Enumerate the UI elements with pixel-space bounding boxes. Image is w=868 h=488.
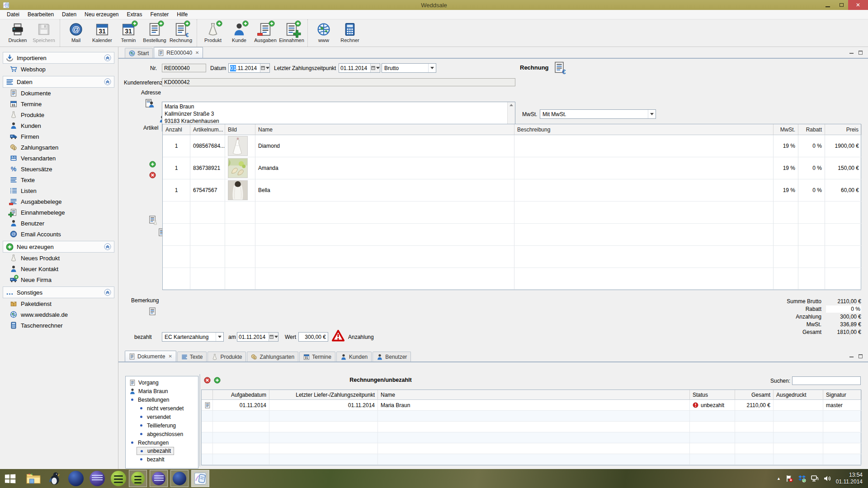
sidebar-item-termine[interactable]: Termine	[3, 99, 114, 109]
date-picker-button[interactable]	[370, 64, 380, 72]
sidebar-item-einnahmebelege[interactable]: Einnahmebelege	[3, 207, 114, 218]
tab-zahlungsarten[interactable]: Zahlungsarten	[247, 352, 298, 361]
payment-am-date-field[interactable]: 01.11.2014	[237, 332, 278, 342]
add-document-icon[interactable]	[214, 377, 221, 384]
start-button[interactable]	[0, 469, 20, 488]
brutto-netto-select[interactable]: Brutto	[382, 63, 436, 73]
new-invoice-button[interactable]: Rechnung	[168, 21, 194, 45]
menu-bearbeiten[interactable]: Bearbeiten	[24, 10, 58, 19]
new-appointment-button[interactable]: Termin	[115, 21, 142, 45]
income-button[interactable]: Einnahmen	[278, 21, 305, 45]
sidebar-item-weddsale-website[interactable]: www.weddsale.de	[3, 309, 114, 320]
customer-reference-field[interactable]: KD000042	[162, 78, 515, 86]
item-row-diamond[interactable]: 1 098567684... Diamond 19 % 0 % 1900,00 …	[163, 135, 861, 157]
action-center-flag-icon[interactable]	[785, 474, 793, 483]
sidebar-item-webshop[interactable]: Webshop	[3, 64, 114, 75]
sidebar-item-taschenrechner[interactable]: Taschenrechner	[3, 320, 114, 331]
remove-item-icon[interactable]	[149, 172, 156, 178]
volume-icon[interactable]	[823, 474, 831, 483]
tray-expand-icon[interactable]: ▲	[777, 476, 781, 481]
www-button[interactable]: www	[311, 21, 337, 45]
item-row-bella[interactable]: 1 67547567 Bella 19 % 0 % 60,00 €	[163, 179, 861, 202]
collapse-chevron-icon[interactable]	[104, 289, 111, 296]
menu-datei[interactable]: Datei	[3, 10, 24, 19]
blue-sphere-window-button[interactable]	[170, 470, 189, 487]
bird-app-icon[interactable]	[47, 471, 62, 486]
save-button[interactable]: Speichern	[31, 21, 57, 45]
collapse-chevron-icon[interactable]	[104, 243, 111, 250]
tab-re000040[interactable]: RE000040 ✕	[154, 47, 203, 58]
tab-close-icon[interactable]: ✕	[195, 50, 199, 55]
wert-field[interactable]: 300,00 €	[298, 332, 328, 342]
network-icon[interactable]	[811, 474, 819, 483]
sidebar-item-kunden[interactable]: Kunden	[3, 120, 114, 131]
sidebar-section-daten[interactable]: Daten	[3, 76, 114, 88]
menu-extras[interactable]: Extras	[123, 10, 146, 19]
new-product-button[interactable]: Produkt	[200, 21, 226, 45]
expenses-button[interactable]: Ausgaben	[252, 21, 278, 45]
file-explorer-icon[interactable]	[26, 471, 41, 486]
spotify-icon[interactable]	[111, 471, 126, 486]
tree-item-bestellungen[interactable]: Bestellungen	[127, 395, 172, 404]
tab-start[interactable]: Start	[125, 48, 153, 58]
product-document-icon[interactable]	[148, 216, 156, 224]
sidebar-item-email-accounts[interactable]: Email Accounts	[3, 229, 114, 239]
rabatt-input[interactable]: 0 %	[826, 305, 861, 313]
new-order-button[interactable]: Bestellung	[142, 21, 168, 45]
sidebar-item-ausgabebelege[interactable]: Ausgabebelege	[3, 196, 114, 207]
tab-termine[interactable]: Termine	[299, 352, 335, 361]
sidebar-section-sonstiges[interactable]: Sonstiges	[3, 286, 114, 298]
calculator-button[interactable]: Rechner	[337, 21, 363, 45]
contact-document-icon[interactable]	[145, 99, 154, 108]
search-input[interactable]	[792, 376, 861, 385]
menu-daten[interactable]: Daten	[58, 10, 80, 19]
item-row-amanda[interactable]: 1 836738921 Amanda 19 % 0 % 150,00 €	[163, 157, 861, 179]
sidebar-item-listen[interactable]: Listen	[3, 185, 114, 196]
tree-item-versendet[interactable]: versendet	[137, 413, 174, 421]
sidebar-item-dokumente[interactable]: Dokumente	[3, 88, 114, 99]
tab-kunden[interactable]: Kunden	[336, 352, 372, 361]
purple-sphere-app-icon[interactable]	[90, 471, 105, 486]
new-customer-button[interactable]: Kunde	[226, 21, 252, 45]
sidebar-section-importieren[interactable]: Importieren	[3, 52, 114, 64]
remove-document-icon[interactable]	[204, 377, 211, 384]
tree-item-teillieferung[interactable]: Teillieferung	[137, 421, 179, 430]
mwst-select[interactable]: Mit MwSt.	[540, 109, 656, 119]
invoice-date-field[interactable]: 01.11.2014	[228, 63, 270, 73]
tree-item-vorgang[interactable]: Vorgang	[127, 378, 161, 387]
tree-item-nicht-versendet[interactable]: nicht versendet	[137, 404, 186, 413]
sidebar-item-benutzer[interactable]: Benutzer	[3, 218, 114, 229]
tab-close-icon[interactable]: ✕	[168, 354, 172, 359]
purple-sphere-window-button[interactable]	[150, 470, 168, 487]
collapse-chevron-icon[interactable]	[104, 78, 111, 85]
tree-item-bezahlt[interactable]: bezahlt	[137, 455, 167, 464]
tree-item-maria-braun[interactable]: Maria Braun	[127, 387, 170, 395]
document-row[interactable]: 01.11.2014 01.11.2014 Maria Braun unbeza…	[202, 400, 861, 411]
menu-fenster[interactable]: Fenster	[146, 10, 173, 19]
spotify-window-button[interactable]	[129, 470, 147, 487]
blue-sphere-app-icon[interactable]	[68, 471, 84, 486]
date-picker-button[interactable]	[269, 333, 278, 341]
sidebar-item-paketdienst[interactable]: Paketdienst	[3, 298, 114, 309]
tab-benutzer[interactable]: Benutzer	[373, 352, 411, 361]
payment-method-select[interactable]: EC Kartenzahlung	[162, 332, 224, 342]
date-picker-button[interactable]	[260, 64, 269, 72]
invoice-number-field[interactable]: RE000040	[162, 64, 206, 72]
sidebar-item-zahlungsarten[interactable]: Zahlungsarten	[3, 142, 114, 153]
menu-neu-erzeugen[interactable]: Neu erzeugen	[80, 10, 123, 19]
tab-dokumente[interactable]: Dokumente ✕	[125, 351, 176, 361]
weddsale-window-button[interactable]	[191, 470, 209, 487]
print-button[interactable]: Drucken	[5, 21, 31, 45]
collapse-chevron-icon[interactable]	[104, 54, 111, 61]
sidebar-item-versandarten[interactable]: Versandarten	[3, 153, 114, 164]
sidebar-item-firmen[interactable]: Firmen	[3, 131, 114, 142]
mail-button[interactable]: Mail	[63, 21, 89, 45]
panel-minimize-icon[interactable]	[848, 49, 854, 55]
sidebar-section-neu-erzeugen[interactable]: Neu erzeugen	[3, 241, 114, 253]
sidebar-item-produkte[interactable]: Produkte	[3, 109, 114, 120]
sidebar-item-texte[interactable]: Texte	[3, 174, 114, 185]
tree-item-abgeschlossen[interactable]: abgeschlossen	[137, 430, 186, 438]
menu-hilfe[interactable]: Hilfe	[173, 10, 192, 19]
payment-date-field[interactable]: 01.11.2014	[339, 63, 380, 73]
add-item-icon[interactable]	[149, 161, 156, 168]
